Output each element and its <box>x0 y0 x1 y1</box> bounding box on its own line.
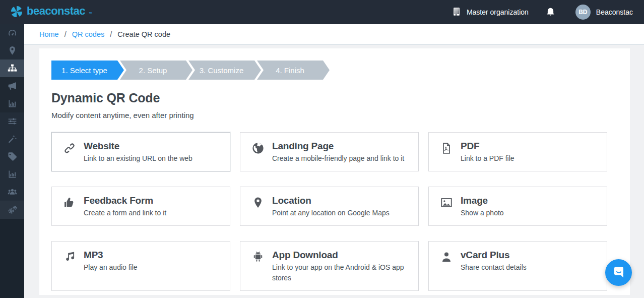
card-description: Show a photo <box>461 208 504 218</box>
card-image[interactable]: Image Show a photo <box>428 187 607 226</box>
card-title: vCard Plus <box>461 250 527 261</box>
sidebar-filler <box>0 219 24 298</box>
main-panel: 1. Select type2. Setup3. Customize4. Fin… <box>39 48 630 295</box>
sidebar-item-dashboard[interactable] <box>0 24 24 42</box>
sidebar-item-analytics[interactable] <box>0 95 24 112</box>
wizard-step-4[interactable]: 4. Finish <box>257 61 330 80</box>
card-description: Play an audio file <box>84 262 138 273</box>
map-pin-icon <box>7 45 18 56</box>
card-body: Image Show a photo <box>461 195 504 218</box>
sidebar-item-settings[interactable] <box>0 201 24 219</box>
chat-icon <box>611 264 626 281</box>
card-title: Image <box>461 195 504 206</box>
logo-trademark: ™ <box>89 12 92 15</box>
card-body: Landing Page Create a mobile-friendly pa… <box>272 140 404 164</box>
notifications-button[interactable] <box>546 7 555 18</box>
card-body: PDF Link to a PDF file <box>461 140 514 164</box>
wizard-step-3[interactable]: 3. Customize <box>188 61 261 80</box>
wizard-step-2[interactable]: 2. Setup <box>120 61 192 80</box>
card-title: MP3 <box>84 250 138 261</box>
logo-text: beaconstac <box>27 5 85 18</box>
sidebar <box>0 24 24 298</box>
wizard-step-label: 3. Customize <box>200 66 244 75</box>
bar-chart-icon <box>7 169 18 180</box>
breadcrumb: Home/QR codes/Create QR code <box>24 24 644 45</box>
page-subtitle: Modify content anytime, even after print… <box>51 111 630 120</box>
account-menu[interactable]: BD Beaconstac <box>575 5 633 20</box>
card-location[interactable]: Location Point at any location on Google… <box>240 187 419 226</box>
card-description: Link to a PDF file <box>461 153 514 164</box>
organization-switcher[interactable]: Master organization <box>452 7 529 18</box>
megaphone-icon <box>7 81 18 91</box>
card-title: PDF <box>461 141 514 152</box>
building-icon <box>452 7 462 18</box>
person-icon <box>440 249 454 283</box>
breadcrumb-item-create-qr-code: Create QR code <box>117 30 170 38</box>
card-feedback-form[interactable]: Feedback Form Create a form and link to … <box>51 187 230 226</box>
bar-chart-icon <box>7 98 18 109</box>
wizard-step-label: 1. Select type <box>61 66 107 75</box>
pinwheel-logo-icon <box>10 5 23 20</box>
gauge-icon <box>7 28 18 38</box>
android-icon <box>251 249 266 283</box>
breadcrumb-item-qr-codes[interactable]: QR codes <box>72 30 104 38</box>
bell-icon <box>546 7 555 18</box>
card-body: Location Point at any location on Google… <box>272 195 390 218</box>
card-title: Location <box>272 195 390 206</box>
card-description: Create a mobile-friendly page and link t… <box>272 153 404 164</box>
card-title: Website <box>84 141 192 152</box>
card-description: Share contact details <box>461 262 527 273</box>
card-title: Feedback Form <box>84 195 166 206</box>
qr-type-cards: Website Link to an existing URL on the w… <box>51 132 630 291</box>
breadcrumb-item-home[interactable]: Home <box>39 30 59 38</box>
sidebar-item-campaigns[interactable] <box>0 77 24 95</box>
users-icon <box>7 187 18 197</box>
wizard-step-label: 2. Setup <box>139 66 167 75</box>
beaconstac-logo[interactable]: beaconstac ™ <box>10 5 92 20</box>
sidebar-item-configurations[interactable] <box>0 112 24 130</box>
card-body: Website Link to an existing URL on the w… <box>84 140 192 164</box>
sidebar-item-qr-codes[interactable] <box>0 59 24 77</box>
card-landing-page[interactable]: Landing Page Create a mobile-friendly pa… <box>240 132 419 171</box>
topbar-right: Master organization BD Beaconstac <box>452 5 633 20</box>
breadcrumb-separator: / <box>65 30 67 38</box>
card-app-download[interactable]: App Download Link to your app on the And… <box>240 241 419 291</box>
card-body: MP3 Play an audio file <box>84 249 138 283</box>
wizard-step-label: 4. Finish <box>276 66 304 75</box>
sidebar-item-reports[interactable] <box>0 165 24 183</box>
card-body: App Download Link to your app on the And… <box>272 249 411 283</box>
avatar: BD <box>575 5 591 20</box>
step-wizard: 1. Select type2. Setup3. Customize4. Fin… <box>51 61 334 80</box>
globe-icon <box>251 140 266 164</box>
card-pdf[interactable]: PDF Link to a PDF file <box>428 132 607 171</box>
sitemap-icon <box>7 63 18 74</box>
card-body: vCard Plus Share contact details <box>461 249 527 283</box>
account-name: Beaconstac <box>596 8 633 16</box>
image-icon <box>440 195 454 218</box>
sliders-icon <box>7 116 18 127</box>
card-title: App Download <box>272 250 411 261</box>
card-website[interactable]: Website Link to an existing URL on the w… <box>51 132 230 171</box>
organization-label: Master organization <box>467 8 529 16</box>
sidebar-item-places[interactable] <box>0 42 24 59</box>
wizard-step-1[interactable]: 1. Select type <box>51 61 124 80</box>
sidebar-item-tags[interactable] <box>0 148 24 165</box>
card-description: Link to your app on the Android & iOS ap… <box>272 262 411 283</box>
gears-icon <box>7 205 18 215</box>
card-description: Point at any location on Google Maps <box>272 208 390 218</box>
link-icon <box>63 140 77 164</box>
breadcrumb-separator: / <box>110 30 112 38</box>
top-bar: beaconstac ™ Master organization BD Beac… <box>0 0 644 24</box>
card-vcard-plus[interactable]: vCard Plus Share contact details <box>428 241 607 291</box>
card-description: Link to an existing URL on the web <box>84 153 192 164</box>
chat-launcher-button[interactable] <box>605 259 632 286</box>
tag-icon <box>7 151 18 162</box>
magic-wand-icon <box>7 134 18 144</box>
card-mp3[interactable]: MP3 Play an audio file <box>51 241 230 291</box>
sidebar-item-customize[interactable] <box>0 130 24 148</box>
music-icon <box>63 249 77 283</box>
map-pin-icon <box>251 195 266 218</box>
page-title: Dynamic QR Code <box>51 91 630 105</box>
pdf-icon <box>440 140 454 164</box>
sidebar-item-users[interactable] <box>0 183 24 201</box>
